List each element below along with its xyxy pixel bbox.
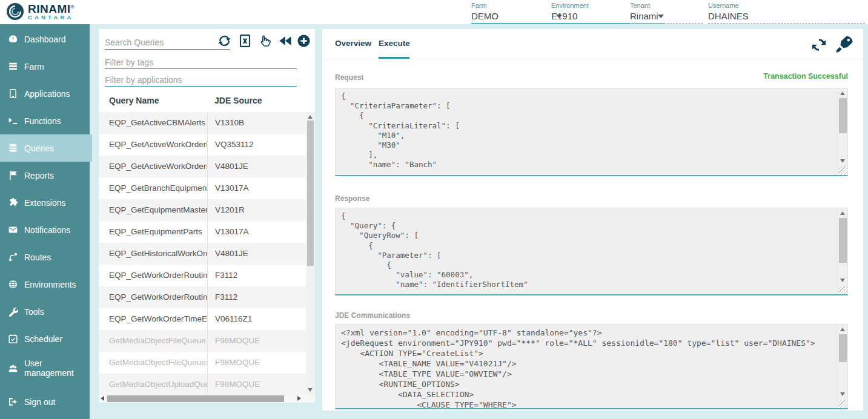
rewind-button[interactable]	[277, 34, 293, 50]
column-header-jde-source: JDE Source	[207, 96, 306, 105]
resize-grip[interactable]	[839, 286, 847, 294]
scroll-right-arrow[interactable]	[297, 396, 301, 401]
add-query-button[interactable]	[296, 34, 312, 50]
table-row[interactable]: GetMediaObjectUploadQueF98MOQUE	[99, 374, 306, 395]
scrollbar-thumb[interactable]	[839, 218, 847, 263]
rewind-icon	[278, 34, 292, 48]
query-name-cell: EQP_GetActiveWorkOrderR	[99, 134, 207, 156]
jde-communications-code: <?xml version="1.0" encoding="UTF-8" sta…	[336, 325, 847, 408]
table-vertical-scrollbar[interactable]	[306, 112, 315, 395]
table-row[interactable]: EQP_GetBranchEquipmentV13017A	[99, 177, 306, 199]
jde-communications-textarea[interactable]: <?xml version="1.0" encoding="UTF-8" sta…	[335, 324, 848, 409]
scrollbar-thumb[interactable]	[107, 395, 284, 402]
table-row[interactable]: EQP_GetEquipmentMasterV1201R	[99, 199, 306, 221]
scrollbar-thumb[interactable]	[839, 98, 847, 133]
request-code: { "CriteriaParameter": [ { "CriteriaLite…	[336, 88, 847, 175]
sidebar-item-reports[interactable]: Reports	[0, 162, 90, 189]
query-name-cell: EQP_GetBranchEquipment	[99, 177, 207, 199]
sidebar: Dashboard Farm Applications Functions Qu…	[0, 24, 90, 419]
sign-out-icon	[8, 397, 18, 407]
user-management-icon	[8, 363, 18, 374]
request-textarea[interactable]: { "CriteriaParameter": [ { "CriteriaLite…	[335, 88, 848, 176]
request-scrollbar[interactable]	[837, 88, 847, 175]
sidebar-item-label: Routes	[24, 252, 51, 262]
scroll-up-arrow[interactable]	[308, 115, 313, 119]
brand-name: RINAMI®	[28, 2, 75, 14]
query-name-cell: GetMediaObjectFileQueues	[99, 352, 207, 374]
sidebar-item-dashboard[interactable]: Dashboard	[0, 25, 90, 53]
response-scrollbar[interactable]	[837, 208, 847, 294]
scroll-up-arrow[interactable]	[840, 211, 845, 215]
scrollbar-thumb[interactable]	[839, 334, 847, 362]
jde-source-cell: V06116Z1	[207, 308, 306, 330]
execute-rocket-button[interactable]	[835, 34, 855, 56]
sync-button[interactable]	[216, 34, 233, 50]
search-input[interactable]	[105, 35, 230, 50]
table-row[interactable]: GetMediaObjectFileQueuesF98MOQUE	[99, 352, 306, 374]
jde-source-cell: F3112	[207, 286, 306, 308]
scroll-down-arrow[interactable]	[840, 159, 845, 163]
scroll-down-arrow[interactable]	[840, 392, 845, 396]
sidebar-item-user-management[interactable]: User management	[0, 352, 90, 384]
scroll-down-arrow[interactable]	[308, 388, 313, 392]
table-row[interactable]: EQP_GetWorkOrderTimeEnV06116Z1	[99, 308, 306, 330]
scroll-up-arrow[interactable]	[840, 91, 845, 95]
tenant-value: Rinami	[630, 11, 658, 21]
table-row[interactable]: EQP_GetActiveCBMAlertsV1310B	[99, 112, 306, 134]
sidebar-item-extensions[interactable]: Extensions	[0, 189, 90, 216]
response-textarea[interactable]: { "Query": { "QueryRow": [ { "Parameter"…	[335, 208, 848, 295]
jde-scrollbar[interactable]	[837, 325, 847, 408]
table-row[interactable]: EQP_GetEquipmentPartsV13017A	[99, 221, 306, 243]
sidebar-item-label: Functions	[24, 116, 61, 126]
filter-applications-input[interactable]	[105, 73, 297, 87]
jde-communications-label: JDE Communications	[335, 311, 410, 320]
query-execute-panel: Overview Execute Request Transaction Suc…	[322, 29, 863, 411]
table-row[interactable]: EQP_GetWorkOrderRoutingF3112	[99, 265, 306, 286]
username-label: Username	[708, 2, 865, 9]
resize-grip[interactable]	[839, 167, 847, 175]
query-name-cell: EQP_GetWorkOrderRouting	[99, 265, 207, 286]
sidebar-item-notifications[interactable]: Notifications	[0, 216, 90, 243]
scroll-left-arrow[interactable]	[101, 396, 104, 401]
query-list-panel: Query Name JDE Source EQP_GetActiveCBMAl…	[99, 29, 315, 403]
extensions-icon	[8, 197, 18, 208]
sidebar-item-tools[interactable]: Tools	[0, 298, 90, 325]
sidebar-item-label: Dashboard	[24, 35, 66, 44]
sync-icon	[217, 34, 231, 48]
table-row[interactable]: EQP_GetActiveWorkOrderRVQ353112	[99, 134, 306, 156]
rinami-logo-icon	[6, 2, 24, 21]
sidebar-item-environments[interactable]: Environments	[0, 271, 90, 298]
hand-pointer-icon	[258, 34, 272, 48]
refresh-button[interactable]	[810, 36, 827, 55]
sidebar-item-sign-out[interactable]: Sign out	[0, 388, 90, 415]
sidebar-item-queries[interactable]: Queries	[0, 134, 92, 162]
sidebar-item-label: Reports	[24, 171, 54, 180]
sidebar-item-routes[interactable]: Routes	[0, 243, 90, 271]
sidebar-item-applications[interactable]: Applications	[0, 80, 90, 107]
scrollbar-thumb[interactable]	[307, 120, 314, 266]
scroll-up-arrow[interactable]	[840, 328, 845, 331]
scroll-down-arrow[interactable]	[840, 279, 845, 282]
sidebar-item-farm[interactable]: Farm	[0, 53, 90, 80]
table-row[interactable]: EQP_GetHistoricalWorkOrdV4801JE	[99, 243, 306, 265]
jde-source-cell: V1201R	[207, 199, 306, 221]
reports-icon	[8, 170, 18, 180]
hand-pointer-button[interactable]	[257, 34, 273, 50]
query-name-cell: EQP_GetEquipmentMaster	[99, 199, 207, 221]
sidebar-item-scheduler[interactable]: Scheduler	[0, 325, 90, 352]
jde-source-cell: F3112	[207, 265, 306, 286]
sidebar-item-functions[interactable]: Functions	[0, 107, 90, 134]
tab-overview[interactable]: Overview	[335, 39, 371, 48]
tab-execute[interactable]: Execute	[379, 39, 410, 48]
jde-source-cell: V4801JE	[207, 156, 306, 177]
farm-select[interactable]: Farm DEMO	[471, 2, 563, 24]
resize-grip[interactable]	[839, 400, 847, 408]
sidebar-item-label: User management	[24, 358, 85, 378]
table-row[interactable]: EQP_GetActiveWorkOrdersV4801JE	[99, 156, 306, 177]
table-row[interactable]: GetMediaObjectFileQueueF98MOQUE	[99, 330, 306, 352]
table-horizontal-scrollbar[interactable]	[99, 395, 315, 403]
farm-icon	[8, 61, 18, 71]
excel-export-button[interactable]	[237, 34, 253, 50]
table-row[interactable]: EQP_GetWorkOrderRoutingF3112	[99, 286, 306, 308]
filter-tags-input[interactable]	[105, 56, 297, 69]
